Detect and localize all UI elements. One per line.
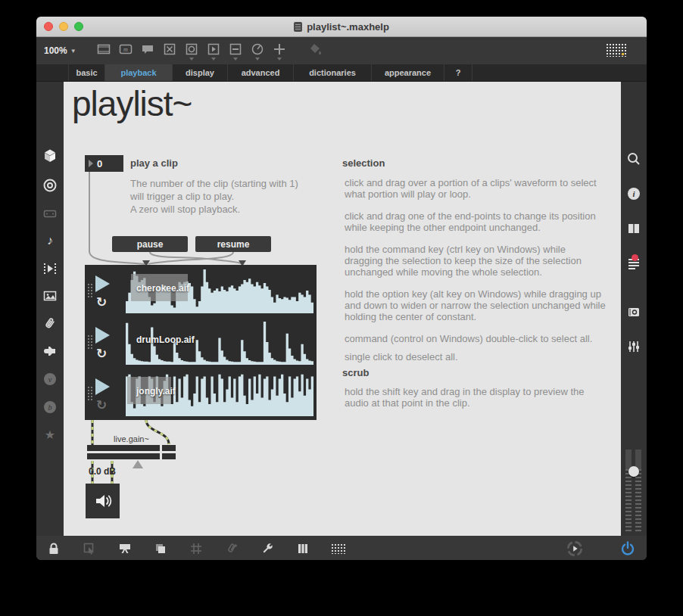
clip-name: cherokee.aif xyxy=(136,283,189,294)
clip-number-box[interactable]: 0 xyxy=(85,155,123,172)
document-icon xyxy=(294,22,302,32)
selection-help-text: click and drag over a portion of a clips… xyxy=(345,177,606,373)
help-tabs: basic playback display advanced dictiona… xyxy=(36,64,647,82)
wrench-icon[interactable] xyxy=(259,540,276,557)
gain-slider[interactable] xyxy=(87,445,176,459)
video-clip-icon[interactable] xyxy=(36,261,64,276)
vimeo-icon[interactable]: v xyxy=(36,372,64,387)
clip-row-cherokee[interactable]: ↻ cherokee.aif xyxy=(85,265,317,316)
play-clip-icon[interactable] xyxy=(95,327,110,344)
run-patcher-icon[interactable] xyxy=(566,540,583,557)
layers-icon[interactable] xyxy=(152,540,169,557)
pause-button[interactable]: pause xyxy=(112,236,188,252)
chevron-down-icon: ▼ xyxy=(70,48,76,54)
audio-power-icon[interactable] xyxy=(619,540,636,557)
dial-icon[interactable] xyxy=(250,42,265,60)
tab-playback[interactable]: playback xyxy=(105,64,173,81)
svg-text:m: m xyxy=(123,46,128,53)
button-icon[interactable] xyxy=(184,42,199,60)
message-box-icon[interactable]: m xyxy=(118,42,133,60)
tab-display[interactable]: display xyxy=(173,64,228,81)
info-icon[interactable]: i xyxy=(621,186,647,201)
window-title: playlist~.maxhelp xyxy=(307,21,389,33)
gain-slider-thumb[interactable] xyxy=(133,460,143,468)
numbox-triangle-icon xyxy=(89,160,93,167)
search-icon[interactable] xyxy=(621,151,647,166)
tab-dictionaries[interactable]: dictionaries xyxy=(294,64,372,81)
resume-button[interactable]: resume xyxy=(195,236,271,252)
brand-b-icon[interactable]: b xyxy=(36,400,64,415)
selection-heading: selection xyxy=(342,157,385,169)
drag-handle-icon[interactable] xyxy=(87,283,94,298)
titlebar: playlist~.maxhelp xyxy=(36,17,647,37)
clip-row-drumloop[interactable]: ↻ drumLoop.aif xyxy=(85,316,317,368)
clip-name: drumLoop.aif xyxy=(136,334,195,345)
tab-appearance[interactable]: appearance xyxy=(372,64,444,81)
picture-icon[interactable] xyxy=(36,288,64,303)
playlist-object[interactable]: ↻ cherokee.aif ↻ drumLoop.aif ↻ xyxy=(85,265,317,420)
object-palette-icon[interactable] xyxy=(606,43,627,57)
page-title: playlist~ xyxy=(72,83,192,124)
music-note-icon[interactable]: ♪ xyxy=(36,233,64,248)
loop-icon[interactable]: ↻ xyxy=(96,295,107,310)
grid-icon[interactable] xyxy=(188,540,204,557)
clip-row-jongly[interactable]: ↻ jongly.aif xyxy=(85,368,317,419)
lock-icon[interactable] xyxy=(45,540,62,557)
bottom-toolbar xyxy=(36,536,647,560)
max-help-window: playlist~.maxhelp 100%▼ m xyxy=(36,17,647,560)
clip-name: jongly.aif xyxy=(136,386,176,397)
console-list-icon[interactable] xyxy=(621,256,647,271)
left-sidebar: ♪ v b ★ xyxy=(36,82,64,536)
presentation-icon[interactable] xyxy=(117,540,133,557)
tab-help[interactable]: ? xyxy=(444,64,472,81)
tab-basic[interactable]: basic xyxy=(68,64,105,81)
zoom-dropdown[interactable]: 100%▼ xyxy=(44,45,76,56)
hardware-amp-icon[interactable] xyxy=(36,206,64,221)
piano-keys-icon[interactable] xyxy=(295,540,311,557)
power-plug-icon[interactable] xyxy=(36,344,64,359)
filters-icon[interactable] xyxy=(621,339,647,354)
object-box-icon[interactable] xyxy=(96,42,111,60)
patcher-canvas[interactable]: playlist~ 0 play a clip The number of th… xyxy=(64,82,621,536)
play-clip-icon[interactable] xyxy=(95,275,110,292)
key-matrix-icon[interactable] xyxy=(330,540,347,557)
playbar-icon[interactable] xyxy=(206,42,221,60)
chevron-down-icon xyxy=(189,58,194,61)
play-clip-icon[interactable] xyxy=(95,378,110,395)
play-section-body: The number of the clip (starting with 1)… xyxy=(130,177,298,216)
loop-icon[interactable]: ↻ xyxy=(96,347,107,362)
chevron-down-icon xyxy=(211,58,216,61)
tab-advanced[interactable]: advanced xyxy=(228,64,294,81)
reference-book-icon[interactable] xyxy=(621,221,647,236)
scrub-help-text: hold the shift key and drag in the displ… xyxy=(345,386,606,409)
right-sidebar: i xyxy=(621,82,647,536)
comment-icon[interactable] xyxy=(140,42,155,60)
gain-label: live.gain~ xyxy=(87,434,176,443)
slider-icon[interactable] xyxy=(228,42,243,60)
paint-bucket-icon[interactable] xyxy=(307,42,323,60)
add-object-icon[interactable] xyxy=(272,42,287,60)
snapshot-camera-icon[interactable] xyxy=(621,304,647,319)
volume-meter-left xyxy=(625,450,632,533)
loop-icon[interactable]: ↻ xyxy=(96,398,107,413)
star-icon[interactable]: ★ xyxy=(36,428,64,443)
volume-slider-knob[interactable] xyxy=(628,466,639,477)
top-toolbar: 100%▼ m xyxy=(36,37,647,64)
drag-handle-icon[interactable] xyxy=(87,334,94,350)
speaker-icon xyxy=(92,490,114,512)
audio-output-toggle[interactable] xyxy=(86,484,120,518)
drag-handle-icon[interactable] xyxy=(87,386,94,401)
select-arrow-icon[interactable] xyxy=(81,540,98,557)
play-section-heading: play a clip xyxy=(130,157,178,169)
package-cube-icon[interactable] xyxy=(36,148,64,163)
toggle-icon[interactable] xyxy=(162,42,177,60)
notification-badge xyxy=(632,254,638,261)
svg-text:b: b xyxy=(48,403,52,412)
chevron-down-icon xyxy=(277,58,282,61)
clip-add-icon[interactable] xyxy=(223,540,240,557)
target-circles-icon[interactable] xyxy=(36,178,64,193)
paperclip-icon[interactable] xyxy=(36,316,64,331)
zoom-level: 100% xyxy=(44,45,67,56)
svg-text:v: v xyxy=(48,375,52,384)
gain-level-tick xyxy=(160,445,162,459)
